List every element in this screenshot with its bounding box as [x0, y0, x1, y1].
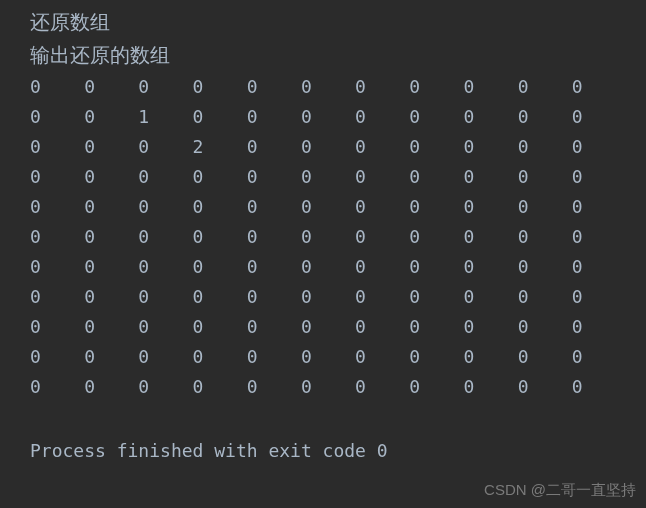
watermark-text: CSDN @二哥一直坚持 [484, 481, 636, 500]
header-line-2: 输出还原的数组 [30, 39, 646, 72]
console-output: 还原数组 输出还原的数组 0 0 0 0 0 0 0 0 0 0 00 0 1 … [0, 6, 646, 402]
table-row: 0 0 0 0 0 0 0 0 0 0 0 [30, 252, 646, 282]
table-row: 0 0 0 0 0 0 0 0 0 0 0 [30, 282, 646, 312]
array-grid: 0 0 0 0 0 0 0 0 0 0 00 0 1 0 0 0 0 0 0 0… [30, 72, 646, 402]
table-row: 0 0 0 0 0 0 0 0 0 0 0 [30, 372, 646, 402]
table-row: 0 0 0 0 0 0 0 0 0 0 0 [30, 312, 646, 342]
table-row: 0 0 0 2 0 0 0 0 0 0 0 [30, 132, 646, 162]
table-row: 0 0 0 0 0 0 0 0 0 0 0 [30, 72, 646, 102]
table-row: 0 0 0 0 0 0 0 0 0 0 0 [30, 222, 646, 252]
table-row: 0 0 0 0 0 0 0 0 0 0 0 [30, 342, 646, 372]
table-row: 0 0 1 0 0 0 0 0 0 0 0 [30, 102, 646, 132]
header-line-1: 还原数组 [30, 6, 646, 39]
table-row: 0 0 0 0 0 0 0 0 0 0 0 [30, 162, 646, 192]
process-status-line: Process finished with exit code 0 [0, 436, 646, 466]
table-row: 0 0 0 0 0 0 0 0 0 0 0 [30, 192, 646, 222]
